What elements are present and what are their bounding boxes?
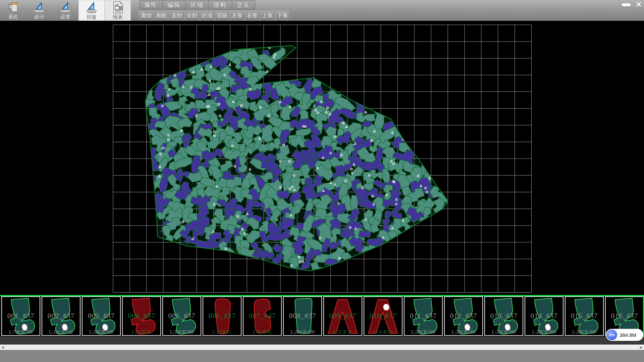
action-button-选割[interactable]: 选割	[169, 11, 184, 21]
part-lr-count: L:200 R:200	[284, 329, 321, 335]
close-button[interactable]: ✕	[635, 1, 642, 8]
toolbar-button-label: 设计	[34, 14, 44, 20]
part-lr-count: L:33 R:33	[364, 329, 402, 335]
part-cell-010_#37[interactable]: 010_#37L:33 R:33	[364, 296, 402, 336]
horizontal-scrollbar[interactable]: < >	[0, 345, 644, 350]
action-button-bar: 聚排相机选割全割区域瑕疵左靠右靠上靠下靠	[139, 11, 290, 21]
toolbar-button-排版[interactable]: 排版	[78, 0, 105, 21]
part-lr-count: L:21 R:21	[203, 329, 241, 335]
part-lr-count: L:200 R:200	[525, 329, 563, 335]
parts-cell-row: 001_#37L:700 R:700002_#37L:132 R:132003_…	[0, 296, 644, 337]
part-cell-005_#37[interactable]: 005_#37L:200 R:200	[162, 296, 201, 336]
part-id-label: 004_#37	[123, 312, 160, 320]
part-id-label: 015_#37	[566, 312, 603, 320]
nest-drawing	[0, 21, 644, 295]
part-lr-count: L:200 R:200	[445, 329, 482, 335]
part-cell-012_#37[interactable]: 012_#37L:200 R:200	[444, 296, 483, 336]
part-lr-count: L:132 R:132	[42, 329, 80, 335]
part-cell-002_#37[interactable]: 002_#37L:132 R:132	[42, 296, 80, 336]
menu-tab-编辑[interactable]: 编辑	[162, 0, 186, 10]
part-lr-count: L:31 R:31	[123, 329, 160, 335]
action-button-下靠[interactable]: 下靠	[275, 11, 290, 21]
status-bar	[0, 350, 644, 362]
part-id-label: 014_#37	[525, 312, 563, 320]
action-button-区域[interactable]: 区域	[200, 11, 214, 21]
part-id-label: 003_#37	[83, 312, 120, 320]
menu-tab-属性[interactable]: 属性	[139, 0, 163, 10]
action-button-相机[interactable]: 相机	[154, 11, 169, 21]
part-cell-001_#37[interactable]: 001_#37L:700 R:700	[1, 296, 40, 336]
part-cell-009_#37[interactable]: 009_#37L:32 R:31	[323, 296, 362, 336]
part-cell-015_#37[interactable]: 015_#37L:200 R:200	[565, 296, 604, 336]
toolbar-button-报表[interactable]: 报表	[105, 0, 131, 21]
part-cell-003_#37[interactable]: 003_#37L:200 R:200	[82, 296, 121, 336]
part-lr-count: L:200 R:200	[83, 329, 120, 335]
part-cell-004_#37[interactable]: 004_#37L:31 R:31	[122, 296, 161, 336]
menu-tab-排料[interactable]: 排料	[209, 0, 232, 10]
set-square-icon	[59, 1, 72, 14]
part-id-label: 010_#37	[364, 312, 402, 320]
parts-thumbnail-strip: 001_#37L:700 R:700002_#37L:132 R:132003_…	[0, 295, 644, 337]
memory-value: 384.8M	[620, 332, 636, 338]
part-id-label: 012_#37	[445, 312, 482, 320]
part-cell-013_#37[interactable]: 013_#37L:200 R:200	[484, 296, 523, 336]
report-icon	[111, 1, 124, 14]
part-id-label: 001_#37	[2, 312, 40, 320]
part-lr-count: L:32 R:31	[324, 329, 362, 335]
toolbar-button-label: 系统	[8, 14, 18, 20]
part-cell-006_#37[interactable]: 006_#37L:21 R:21	[203, 296, 241, 336]
part-lr-count: L:200 R:200	[163, 329, 201, 335]
progress-circle: 38%	[606, 329, 617, 340]
scroll-left-arrow[interactable]: <	[0, 345, 6, 350]
part-lr-count: L:200 R:200	[485, 329, 523, 335]
part-id-label: 009_#37	[324, 312, 362, 320]
part-id-label: 006_#37	[203, 312, 241, 320]
system-gear-icon	[6, 1, 20, 14]
minimize-icon	[622, 3, 631, 6]
toolbar-button-设计[interactable]: 设计	[26, 0, 52, 21]
toolbar-button-label: 排版	[87, 14, 97, 20]
part-id-label: 005_#37	[163, 312, 201, 320]
part-lr-count: L:700 R:700	[2, 329, 40, 335]
set-square-icon	[85, 1, 98, 14]
part-id-label: 008_#37	[284, 312, 321, 320]
part-id-label: 013_#37	[485, 312, 523, 320]
part-lr-count: L:200 R:200	[566, 329, 603, 335]
action-button-聚排[interactable]: 聚排	[139, 11, 154, 21]
toolbar-button-系统[interactable]: 系统	[0, 0, 26, 21]
part-id-label: 007_#37	[244, 312, 281, 320]
toolbar-button-label: 报表	[113, 14, 123, 20]
part-lr-count: L:31 R:31	[244, 329, 281, 335]
part-lr-count: L:200 R:200	[405, 329, 442, 335]
action-button-左靠[interactable]: 左靠	[230, 11, 245, 21]
menu-tab-交互[interactable]: 交互	[232, 0, 255, 10]
menu-tab-区域[interactable]: 区域	[185, 0, 209, 10]
nesting-canvas[interactable]	[0, 21, 644, 295]
app-window: 系统 设计 设置 排版 报表 属性编辑区域排料交互 聚排相机选割全割区域瑕疵左靠…	[0, 0, 644, 362]
part-id-label: 011_#37	[405, 312, 442, 320]
action-button-全割[interactable]: 全割	[184, 11, 199, 21]
toolbar-button-label: 设置	[60, 14, 70, 20]
part-cell-014_#37[interactable]: 014_#37L:200 R:200	[525, 296, 564, 336]
icon-bar: 系统 设计 设置 排版 报表	[0, 0, 131, 21]
action-button-右靠[interactable]: 右靠	[245, 11, 260, 21]
part-id-label: 016_#37	[606, 312, 643, 320]
menu-tab-bar: 属性编辑区域排料交互	[139, 0, 255, 10]
set-square-icon	[33, 1, 46, 14]
minimize-button[interactable]	[621, 1, 631, 8]
part-cell-007_#37[interactable]: 007_#37L:31 R:31	[243, 296, 282, 336]
part-cell-011_#37[interactable]: 011_#37L:200 R:200	[404, 296, 443, 336]
window-controls: ✕	[621, 1, 642, 8]
action-button-瑕疵[interactable]: 瑕疵	[215, 11, 229, 21]
part-cell-008_#37[interactable]: 008_#37L:200 R:200	[283, 296, 322, 336]
toolbar-button-设置[interactable]: 设置	[52, 0, 78, 21]
main-toolbar: 系统 设计 设置 排版 报表 属性编辑区域排料交互 聚排相机选割全割区域瑕疵左靠…	[0, 0, 644, 21]
strip-bottom-gap	[0, 337, 644, 345]
scroll-right-arrow[interactable]: >	[638, 345, 644, 350]
part-id-label: 002_#37	[42, 312, 80, 320]
memory-usage-badge: 38% 384.8M	[606, 329, 643, 341]
action-button-上靠[interactable]: 上靠	[260, 11, 275, 21]
